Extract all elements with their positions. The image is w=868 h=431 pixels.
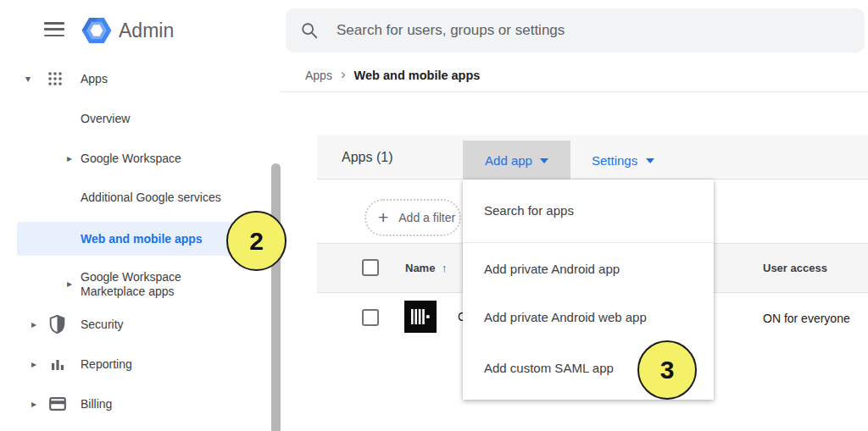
apps-grid-icon	[47, 71, 63, 86]
sidebar-item-security[interactable]: ▸ Security	[0, 307, 270, 341]
sidebar-item-label: Web and mobile apps	[81, 232, 203, 246]
brand-title: Admin	[119, 18, 174, 43]
settings-button-label: Settings	[592, 153, 637, 168]
add-filter-label: Add a filter	[398, 211, 455, 224]
bar-chart-icon	[50, 356, 65, 372]
menu-item-add-private-android-web-app[interactable]: Add private Android web app	[484, 309, 647, 326]
menu-item-search-for-apps[interactable]: Search for apps	[484, 202, 574, 219]
row-checkbox[interactable]	[362, 309, 379, 326]
sort-ascending-icon[interactable]: ↑	[442, 243, 448, 293]
chevron-right-icon: ▸	[67, 278, 72, 290]
sidebar-item-label: Additional Google services	[81, 191, 221, 204]
sidebar-scrollbar[interactable]	[271, 163, 281, 431]
sidebar-item-label: Billing	[81, 397, 112, 411]
plus-icon: +	[378, 207, 388, 228]
search-icon	[300, 21, 319, 40]
header-divider	[280, 91, 868, 92]
breadcrumb-link-apps[interactable]: Apps	[305, 69, 332, 82]
chevron-right-icon: ▸	[31, 398, 36, 410]
add-app-button-label: Add app	[485, 153, 532, 168]
column-header-user-access: User access	[763, 243, 827, 293]
step-3-annotation-badge: 3	[637, 340, 697, 400]
sidebar-item-marketplace-apps[interactable]: ▸ Google Workspace Marketplace apps	[0, 263, 270, 304]
sidebar-item-overview[interactable]: Overview	[0, 102, 270, 135]
select-all-checkbox[interactable]	[362, 259, 379, 276]
menu-item-add-custom-saml-app[interactable]: Add custom SAML app	[484, 360, 614, 377]
chevron-down-icon: ▾	[25, 73, 31, 85]
sidebar-item-apps[interactable]: ▾ Apps	[0, 62, 270, 96]
menu-divider	[463, 242, 714, 243]
sidebar-item-label: Apps	[81, 72, 108, 86]
step-3-number: 3	[660, 356, 675, 384]
sidebar-item-billing[interactable]: ▸ Billing	[0, 387, 270, 421]
hamburger-menu-icon[interactable]	[44, 22, 64, 36]
chevron-right-icon: ▸	[67, 152, 72, 164]
credit-card-icon	[49, 397, 66, 411]
menu-item-add-private-android-app[interactable]: Add private Android app	[484, 261, 620, 278]
google-admin-console: Admin Apps › Web and mobile apps ▾ Apps	[0, 0, 868, 431]
column-header-name[interactable]: Name	[405, 243, 435, 293]
sidebar-item-label: Google Workspace Marketplace apps	[81, 270, 208, 298]
sidebar-item-additional-google-services[interactable]: Additional Google services	[0, 180, 270, 214]
sidebar-item-label: Overview	[81, 112, 130, 125]
chevron-right-icon: ▸	[31, 318, 36, 330]
step-2-annotation-badge: 2	[226, 211, 287, 271]
search-bar[interactable]	[286, 8, 865, 52]
user-access-value: ON for everyone	[763, 312, 850, 325]
sidebar-item-label: Security	[81, 318, 124, 331]
apps-count-label: Apps (1)	[342, 135, 392, 180]
add-filter-chip[interactable]: + Add a filter	[364, 199, 461, 236]
dropdown-arrow-icon	[646, 158, 654, 163]
sidebar-item-reporting[interactable]: ▸ Reporting	[0, 347, 270, 381]
chevron-right-icon: ▸	[31, 358, 36, 370]
google-admin-logo-icon[interactable]	[81, 14, 113, 47]
settings-button[interactable]: Settings	[583, 141, 663, 180]
breadcrumb: Apps › Web and mobile apps	[305, 67, 480, 84]
sidebar-item-google-workspace[interactable]: ▸ Google Workspace	[0, 141, 270, 175]
add-app-button[interactable]: Add app	[463, 141, 570, 180]
sidebar-item-label: Google Workspace	[81, 152, 181, 165]
step-2-number: 2	[249, 227, 264, 256]
app-logo-icon	[404, 301, 437, 333]
breadcrumb-separator-icon: ›	[341, 66, 346, 83]
search-input[interactable]	[337, 22, 811, 39]
shield-icon	[49, 315, 65, 334]
breadcrumb-current: Web and mobile apps	[354, 69, 481, 82]
sidebar-item-label: Reporting	[81, 357, 132, 371]
dropdown-arrow-icon	[540, 158, 548, 163]
